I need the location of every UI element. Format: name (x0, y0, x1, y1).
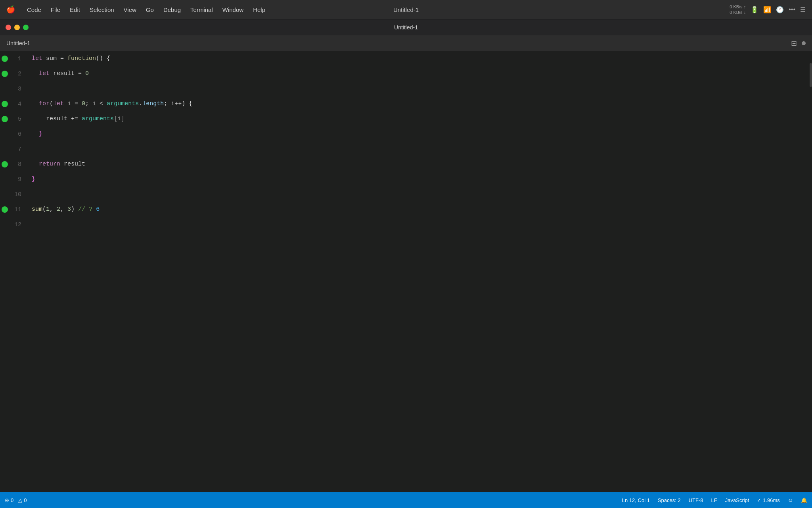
code-token: 1 (46, 202, 50, 217)
line-number: 8 (10, 161, 21, 168)
breakpoint-indicator[interactable] (2, 206, 8, 213)
code-editor[interactable]: let sum = function() { let result = 0 fo… (24, 51, 812, 492)
code-line (32, 187, 812, 202)
code-token: . (139, 96, 142, 112)
code-token: ( (42, 202, 46, 217)
split-editor-icon[interactable]: ⊟ (791, 39, 797, 48)
apple-logo-icon[interactable]: 🍎 (6, 5, 15, 14)
code-token: += (67, 112, 82, 127)
encoding[interactable]: UTF-8 (689, 497, 703, 503)
menu-help[interactable]: Help (249, 5, 269, 15)
warning-icon: △ (18, 497, 22, 503)
gutter-row: 4 (0, 96, 24, 112)
titlebar-row: Untitled-1 (0, 19, 812, 35)
menu-window[interactable]: Window (218, 5, 247, 15)
code-line (32, 217, 812, 232)
code-token: = (57, 51, 67, 66)
error-warning-area: ⊗ 0 △ 0 (5, 497, 27, 503)
code-token: [i] (114, 112, 124, 127)
timing: ✓ 1.96ms (757, 497, 779, 503)
breakpoint-indicator[interactable] (2, 116, 8, 122)
editor-area: 123456789101112 let sum = function() { l… (0, 51, 812, 492)
menu-debug[interactable]: Debug (159, 5, 185, 15)
code-token: result (64, 157, 85, 172)
code-token: () { (96, 51, 110, 66)
breakpoint-indicator[interactable] (2, 71, 8, 77)
network-up: 0 KB/s ↑ (730, 4, 746, 10)
feedback-icon[interactable]: ☺ (788, 497, 793, 503)
code-token: arguments (107, 96, 139, 112)
error-icon: ⊗ (5, 497, 9, 503)
editor-status-dot (802, 41, 806, 45)
close-button[interactable] (6, 25, 11, 30)
menu-go[interactable]: Go (142, 5, 158, 15)
line-number: 9 (10, 176, 21, 183)
tab-name[interactable]: Untitled-1 (6, 40, 30, 46)
battery-icon: 🔋 (751, 6, 758, 13)
menu-code[interactable]: Code (23, 5, 45, 15)
tab-bar-actions: ⊟ (791, 39, 806, 48)
code-token: function (67, 51, 96, 66)
code-token: result (53, 66, 75, 81)
breakpoint-indicator[interactable] (2, 161, 8, 167)
code-token: for (39, 96, 50, 112)
code-token: 0 (85, 66, 89, 81)
gutter-row: 8 (0, 157, 24, 172)
code-token: let (32, 51, 46, 66)
scrollbar[interactable] (810, 63, 812, 87)
gutter-row: 5 (0, 112, 24, 127)
code-token (32, 66, 39, 81)
warnings-indicator[interactable]: △ 0 (18, 497, 27, 503)
code-token: i (67, 96, 71, 112)
line-number: 6 (10, 131, 21, 138)
icon-dots: ••• (789, 6, 795, 13)
gutter-row: 12 (0, 217, 24, 232)
code-line: sum(1, 2, 3) // ? 6 (32, 202, 812, 217)
breakpoint-indicator[interactable] (2, 56, 8, 62)
breakpoint-indicator[interactable] (2, 101, 8, 107)
menu-view[interactable]: View (120, 5, 140, 15)
code-token: ) (71, 202, 75, 217)
window-title: Untitled-1 (393, 6, 419, 13)
warning-count: 0 (24, 497, 27, 503)
code-token: result (46, 112, 67, 127)
menu-bar: 🍎 Code File Edit Selection View Go Debug… (0, 0, 812, 19)
code-token: length (142, 96, 164, 112)
menu-edit[interactable]: Edit (66, 5, 84, 15)
wifi-icon: 📶 (763, 6, 771, 13)
code-token: , (50, 202, 57, 217)
menu-items: Code File Edit Selection View Go Debug T… (23, 5, 269, 15)
indentation[interactable]: Spaces: 2 (658, 497, 681, 503)
code-token: arguments (82, 112, 114, 127)
code-token: sum (46, 51, 57, 66)
maximize-button[interactable] (23, 25, 29, 30)
minimize-button[interactable] (14, 25, 20, 30)
code-token: 3 (67, 202, 71, 217)
code-line: } (32, 172, 812, 187)
code-token: return (39, 157, 64, 172)
menu-bar-right: 0 KB/s ↑ 0 KB/s ↓ 🔋 📶 🕐 ••• ☰ (730, 4, 806, 15)
gutter-row: 6 (0, 127, 24, 142)
code-token: , (60, 202, 67, 217)
line-number: 2 (10, 71, 21, 77)
errors-indicator[interactable]: ⊗ 0 (5, 497, 13, 503)
line-gutter: 123456789101112 (0, 51, 24, 492)
code-token: sum (32, 202, 42, 217)
cursor-position[interactable]: Ln 12, Col 1 (622, 497, 650, 503)
code-line: return result (32, 157, 812, 172)
code-token: let (39, 66, 53, 81)
line-number: 7 (10, 146, 21, 153)
status-left: ⊗ 0 △ 0 (5, 497, 27, 503)
traffic-lights (6, 25, 29, 30)
code-token: 2 (57, 202, 60, 217)
code-token: 6 (96, 202, 100, 217)
language-mode[interactable]: JavaScript (725, 497, 749, 503)
notification-bell-icon[interactable]: 🔔 (801, 497, 807, 503)
menu-file[interactable]: File (47, 5, 64, 15)
gutter-row: 3 (0, 81, 24, 96)
gutter-row: 10 (0, 187, 24, 202)
line-ending[interactable]: LF (711, 497, 717, 503)
menu-terminal[interactable]: Terminal (186, 5, 217, 15)
menu-selection[interactable]: Selection (86, 5, 118, 15)
code-line: result += arguments[i] (32, 112, 812, 127)
